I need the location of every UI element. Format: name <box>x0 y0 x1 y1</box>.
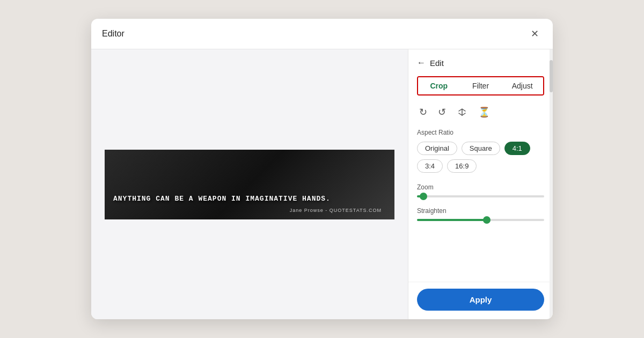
ratio-original[interactable]: Original <box>417 142 457 155</box>
close-button[interactable]: ✕ <box>527 26 542 41</box>
quote-author: Jane Prowse - QUOTESTATS.COM <box>113 208 386 213</box>
modal-header: Editor ✕ <box>91 19 553 49</box>
modal-body: ANYTHING CAN BE A WEAPON IN IMAGINATIVE … <box>91 49 553 319</box>
ratio-16-9[interactable]: 16:9 <box>447 159 477 173</box>
icon-row: ↻ ↺ ⏳ <box>417 104 544 120</box>
hourglass-button[interactable]: ⏳ <box>476 104 492 120</box>
straighten-section: Straighten <box>417 207 544 221</box>
aspect-ratio-label: Aspect Ratio <box>417 129 544 136</box>
aspect-ratios: Original Square 4:1 3:4 16:9 <box>417 142 544 173</box>
back-arrow-icon[interactable]: ← <box>417 58 426 68</box>
image-text-overlay: ANYTHING CAN BE A WEAPON IN IMAGINATIVE … <box>105 188 394 219</box>
ratio-square[interactable]: Square <box>462 142 500 155</box>
tab-filter[interactable]: Filter <box>460 77 502 94</box>
modal-title: Editor <box>102 29 125 39</box>
back-row: ← Edit <box>417 58 544 68</box>
tab-adjust[interactable]: Adjust <box>501 77 543 94</box>
straighten-label: Straighten <box>417 207 544 215</box>
sidebar: ← Edit Crop Filter Adjust ↻ ↺ <box>408 49 553 319</box>
editor-modal: Editor ✕ ANYTHING CAN BE A WEAPON IN IMA… <box>91 19 553 319</box>
straighten-thumb[interactable] <box>483 216 491 224</box>
image-preview: ANYTHING CAN BE A WEAPON IN IMAGINATIVE … <box>105 150 394 219</box>
zoom-thumb[interactable] <box>420 193 427 200</box>
tabs-container: Crop Filter Adjust <box>417 76 544 95</box>
rotate-right-button[interactable]: ↻ <box>417 104 429 120</box>
zoom-section: Zoom <box>417 183 544 197</box>
back-label: Edit <box>430 58 444 68</box>
quote-text: ANYTHING CAN BE A WEAPON IN IMAGINATIVE … <box>113 194 386 204</box>
tab-crop[interactable]: Crop <box>418 77 460 94</box>
flip-button[interactable] <box>455 104 470 120</box>
ratio-3-4[interactable]: 3:4 <box>417 159 443 173</box>
zoom-track[interactable] <box>417 195 544 197</box>
sidebar-content: ← Edit Crop Filter Adjust ↻ ↺ <box>408 49 553 282</box>
straighten-fill <box>417 219 487 221</box>
rotate-left-button[interactable]: ↺ <box>436 104 448 120</box>
zoom-label: Zoom <box>417 183 544 191</box>
scrollbar-thumb[interactable] <box>550 60 553 92</box>
scrollbar <box>550 49 553 319</box>
preview-area: ANYTHING CAN BE A WEAPON IN IMAGINATIVE … <box>91 49 408 319</box>
ratio-4-1[interactable]: 4:1 <box>504 142 530 155</box>
apply-button[interactable]: Apply <box>417 289 544 311</box>
apply-area: Apply <box>408 282 553 319</box>
straighten-track[interactable] <box>417 219 544 221</box>
